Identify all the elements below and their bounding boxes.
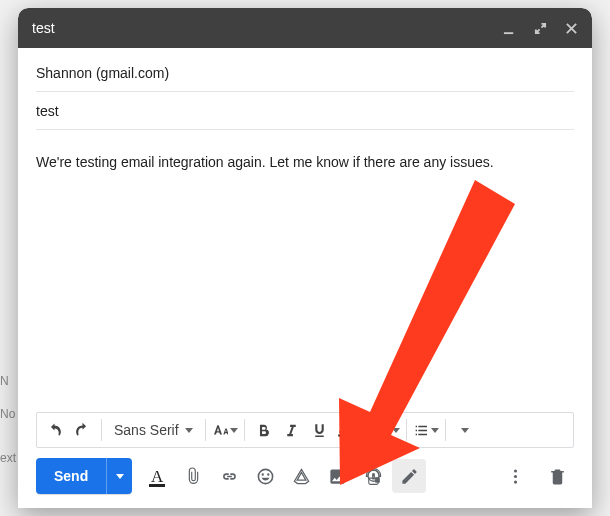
redo-icon[interactable] — [69, 416, 95, 444]
bg-hint: No — [0, 407, 15, 421]
separator — [445, 419, 446, 441]
expand-icon[interactable] — [534, 22, 547, 35]
separator — [367, 419, 368, 441]
bold-icon[interactable] — [251, 416, 277, 444]
insert-tools: A — [140, 459, 426, 493]
more-options-icon[interactable] — [498, 459, 532, 493]
compose-window: test Shannon (gmail.com) test We're test… — [18, 8, 592, 508]
font-size-picker[interactable] — [212, 416, 238, 444]
underline-icon[interactable] — [307, 416, 333, 444]
font-family-picker[interactable]: Sans Serif — [108, 422, 199, 438]
attach-file-icon[interactable] — [176, 459, 210, 493]
text-color-picker[interactable] — [335, 416, 361, 444]
svg-point-4 — [513, 474, 516, 477]
chevron-down-icon — [392, 428, 400, 433]
chevron-down-icon — [230, 428, 238, 433]
list-picker[interactable] — [413, 416, 439, 444]
italic-icon[interactable] — [279, 416, 305, 444]
subject-field[interactable]: test — [36, 92, 574, 130]
svg-rect-0 — [504, 32, 513, 34]
close-icon[interactable] — [565, 22, 578, 35]
separator — [244, 419, 245, 441]
insert-emoji-icon[interactable] — [248, 459, 282, 493]
action-bar: Send A — [18, 458, 592, 508]
header-fields: Shannon (gmail.com) test — [18, 48, 592, 130]
insert-drive-icon[interactable] — [284, 459, 318, 493]
font-family-label: Sans Serif — [114, 422, 179, 438]
svg-rect-2 — [375, 477, 380, 483]
align-picker[interactable] — [374, 416, 400, 444]
separator — [205, 419, 206, 441]
svg-point-3 — [513, 469, 516, 472]
chevron-down-icon — [116, 474, 124, 479]
chevron-down-icon — [185, 428, 193, 433]
insert-signature-icon[interactable] — [392, 459, 426, 493]
chevron-down-icon — [461, 428, 469, 433]
insert-photo-icon[interactable] — [320, 459, 354, 493]
bg-hint: N — [0, 374, 9, 388]
more-formatting-icon[interactable] — [452, 416, 478, 444]
send-button-group: Send — [36, 458, 132, 494]
send-button[interactable]: Send — [36, 458, 106, 494]
chevron-down-icon — [353, 428, 361, 433]
recipients-field[interactable]: Shannon (gmail.com) — [36, 54, 574, 92]
window-titlebar: test — [18, 8, 592, 48]
send-options-button[interactable] — [106, 458, 132, 494]
formatting-toolbar: Sans Serif — [36, 412, 574, 448]
bg-hint: ext — [0, 451, 16, 465]
confidential-mode-icon[interactable] — [356, 459, 390, 493]
chevron-down-icon — [431, 428, 439, 433]
separator — [101, 419, 102, 441]
svg-point-5 — [513, 480, 516, 483]
formatting-options-icon[interactable]: A — [140, 459, 174, 493]
message-body[interactable]: We're testing email integration again. L… — [18, 130, 592, 412]
separator — [406, 419, 407, 441]
window-title: test — [32, 20, 503, 36]
insert-link-icon[interactable] — [212, 459, 246, 493]
minimize-icon[interactable] — [503, 22, 516, 35]
undo-icon[interactable] — [41, 416, 67, 444]
discard-draft-icon[interactable] — [540, 459, 574, 493]
